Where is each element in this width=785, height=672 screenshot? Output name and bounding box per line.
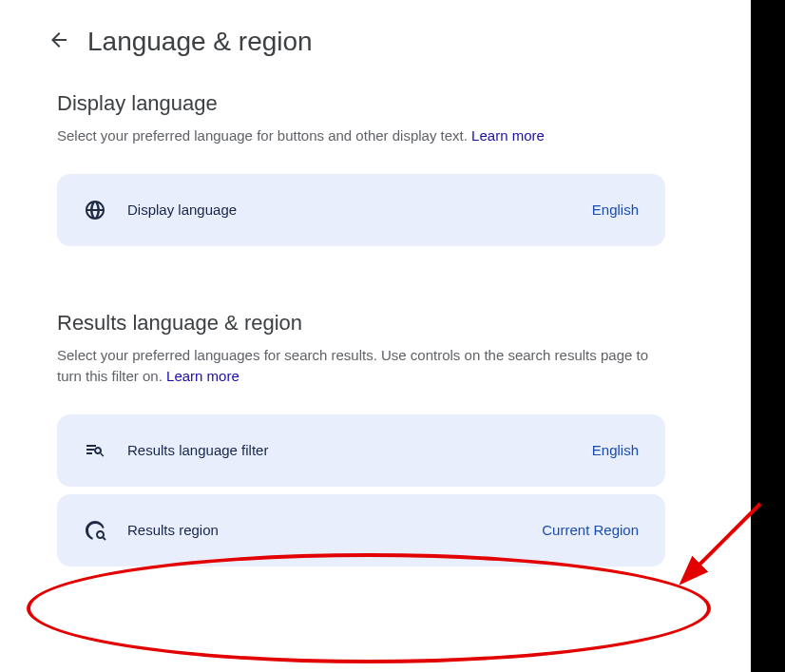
results-language-filter-value: English: [592, 442, 639, 458]
arrow-left-icon: [48, 29, 70, 55]
page-header: Language & region: [0, 8, 722, 76]
section-desc-text: Select your preferred language for butto…: [57, 127, 471, 144]
page-title: Language & region: [87, 27, 313, 57]
right-black-bar: [751, 0, 785, 672]
learn-more-link-display-language[interactable]: Learn more: [471, 127, 545, 144]
display-language-label: Display language: [127, 202, 571, 218]
section-title-results: Results language & region: [57, 311, 665, 336]
globe-search-icon: [84, 519, 106, 542]
globe-icon: [84, 199, 106, 221]
filter-search-icon: [84, 439, 106, 462]
results-region-label: Results region: [127, 522, 521, 538]
display-language-value: English: [592, 202, 639, 218]
results-region-value: Current Region: [542, 522, 639, 538]
section-results-language-region: Results language & region Select your pr…: [0, 273, 722, 593]
section-desc-results: Select your preferred languages for sear…: [57, 345, 665, 388]
section-title-display-language: Display language: [57, 91, 665, 116]
section-display-language: Display language Select your preferred l…: [0, 76, 722, 273]
learn-more-link-results[interactable]: Learn more: [166, 368, 239, 384]
section-desc-display-language: Select your preferred language for butto…: [57, 125, 665, 147]
back-button[interactable]: [48, 29, 70, 55]
section-desc-text: Select your preferred languages for sear…: [57, 347, 648, 385]
results-language-filter-card[interactable]: Results language filter English: [57, 414, 665, 487]
results-region-card[interactable]: Results region Current Region: [57, 494, 665, 566]
results-language-filter-label: Results language filter: [127, 442, 571, 458]
display-language-card[interactable]: Display language English: [57, 174, 665, 246]
